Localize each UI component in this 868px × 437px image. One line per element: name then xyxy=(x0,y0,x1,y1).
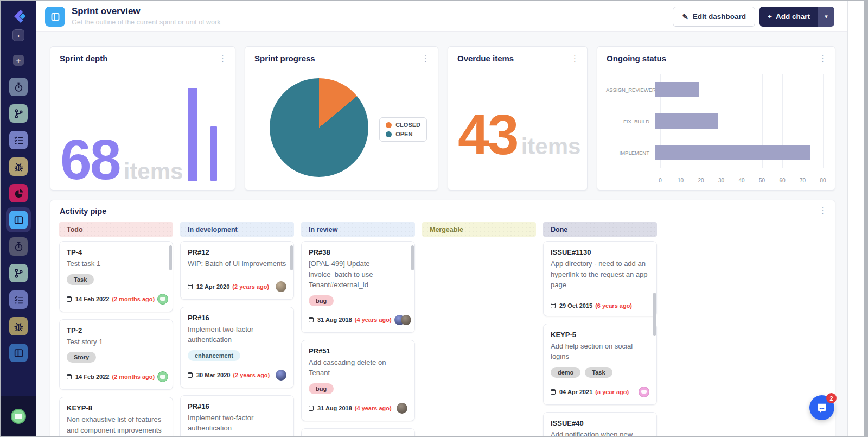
column-header: Todo xyxy=(59,222,173,237)
sidebar-expand-button[interactable]: › xyxy=(12,29,24,41)
widget-overdue-items: Overdue items ⋮ 43 items xyxy=(448,46,588,191)
calendar-icon xyxy=(188,372,193,378)
add-item-button[interactable]: + xyxy=(13,55,24,66)
board-card[interactable]: ISSUE#40 Add notification when new team … xyxy=(543,412,657,436)
card-date: 12 Apr 2020 xyxy=(196,283,229,290)
kebab-menu-button[interactable]: ⋮ xyxy=(216,53,229,65)
chevron-right-icon: › xyxy=(17,31,20,40)
column-scrollbar[interactable] xyxy=(169,245,172,270)
board-card[interactable]: PR#16 Implement two-factor authenticatio… xyxy=(180,395,294,436)
pie-legend: CLOSED OPEN xyxy=(379,117,427,142)
card-title: App directory - need to add an hyperlink… xyxy=(551,258,649,290)
sidebar-item-timers[interactable] xyxy=(9,78,28,96)
ongoing-bar xyxy=(655,82,699,97)
avatar xyxy=(639,387,649,397)
card-date: 31 Aug 2018 xyxy=(317,405,352,411)
avatar xyxy=(397,403,407,414)
widget-activity-pipe: Activity pipe ⋮ Todo TP-4 Test task 1 Ta… xyxy=(50,200,835,436)
sidebar: › + xyxy=(1,1,36,436)
add-chart-dropdown-button[interactable]: ▾ xyxy=(818,7,834,27)
board-card[interactable]: KEYP-8 Non exhaustive list of features a… xyxy=(59,397,173,436)
overdue-items-value: 43 xyxy=(458,112,518,158)
tag[interactable]: demo xyxy=(551,367,580,378)
axis-tick-label: 80 xyxy=(820,178,826,183)
add-chart-button[interactable]: + Add chart xyxy=(760,7,818,27)
app-logo[interactable] xyxy=(10,8,27,25)
edit-dashboard-label: Edit dashboard xyxy=(693,12,746,21)
tag[interactable]: Story xyxy=(67,352,96,363)
sprint-depth-bar xyxy=(210,126,217,181)
board-card[interactable]: PR#60 [MARLIN-615] Add ability to specif… xyxy=(301,428,415,436)
card-age: (4 years ago) xyxy=(355,316,392,323)
sidebar-item-tasks-2[interactable] xyxy=(9,290,28,309)
tag[interactable]: bug xyxy=(309,383,334,394)
tag[interactable]: bug xyxy=(309,295,334,306)
sidebar-item-dashboard-2[interactable] xyxy=(9,344,28,362)
user-avatar[interactable] xyxy=(11,409,26,424)
kebab-menu-button[interactable]: ⋮ xyxy=(816,205,829,217)
sidebar-item-tasks[interactable] xyxy=(9,131,28,149)
column-scrollbar[interactable] xyxy=(653,293,656,336)
sprint-depth-mini-chart xyxy=(183,88,222,181)
board-card[interactable]: PR#12 WIP: Batch of UI improvements 12 A… xyxy=(180,241,294,300)
sidebar-item-branches[interactable] xyxy=(9,104,28,123)
board-card[interactable]: ISSUE#1130 App directory - need to add a… xyxy=(543,241,657,316)
widget-ongoing-status: Ongoing status ⋮ ASSIGN_REVIEWER FIX_BUI… xyxy=(597,46,835,191)
kebab-menu-button[interactable]: ⋮ xyxy=(419,53,432,65)
calendar-icon xyxy=(67,296,72,302)
sidebar-item-reports[interactable] xyxy=(9,184,28,202)
card-title: Add notification when new team member xyxy=(551,429,649,436)
board-card[interactable]: PR#38 [OPAL-499] Update invoice_batch to… xyxy=(301,241,415,333)
board-card[interactable]: PR#16 Implement two-factor authenticatio… xyxy=(180,307,294,388)
card-date: 04 Apr 2021 xyxy=(559,389,592,395)
card-title: Non exhaustive list of features and comp… xyxy=(67,414,165,436)
sidebar-item-timers-2[interactable] xyxy=(9,237,28,256)
plus-icon: + xyxy=(768,12,772,21)
column-scrollbar[interactable] xyxy=(290,245,293,270)
card-title: Test task 1 xyxy=(67,258,165,269)
tag[interactable]: Task xyxy=(585,367,612,378)
axis-tick-label: 70 xyxy=(800,178,806,183)
card-id: KEYP-5 xyxy=(551,331,649,339)
checklist-icon xyxy=(14,135,24,145)
column-scrollbar[interactable] xyxy=(411,245,414,270)
avatar-group xyxy=(394,315,411,325)
git-branch-icon xyxy=(14,268,24,278)
gridline xyxy=(823,74,824,168)
column-header: Mergeable xyxy=(422,222,536,237)
sidebar-item-branches-2[interactable] xyxy=(9,264,28,282)
git-branch-icon xyxy=(14,109,24,119)
add-chart-label: Add chart xyxy=(776,12,810,21)
dashboard-header-icon xyxy=(45,7,65,27)
card-id: PR#60 xyxy=(309,435,407,436)
card-age: (2 months ago) xyxy=(112,373,155,380)
kebab-menu-button[interactable]: ⋮ xyxy=(816,53,829,65)
card-id: PR#16 xyxy=(188,402,286,410)
tag[interactable]: Task xyxy=(67,274,94,285)
tag[interactable]: enhancement xyxy=(188,350,240,361)
sidebar-item-bugs[interactable] xyxy=(9,157,28,176)
sidebar-item-bugs-2[interactable] xyxy=(9,317,28,335)
board-card[interactable]: TP-2 Test story 1 Story 14 Feb 2022 (2 m… xyxy=(59,319,173,390)
board-card[interactable]: PR#51 Add cascading delete on Tenant bug… xyxy=(301,340,415,421)
checklist-icon xyxy=(14,295,24,305)
chat-bubble-icon xyxy=(816,402,828,414)
board-column-done: Done ISSUE#1130 App directory - need to … xyxy=(543,222,657,436)
calendar-icon xyxy=(188,284,193,289)
axis-tick-label: 30 xyxy=(718,178,724,183)
sidebar-item-sprint-dashboard-active[interactable] xyxy=(9,211,28,229)
sidebar-active-highlight xyxy=(6,207,31,232)
widget-title: Sprint progress xyxy=(254,54,315,63)
kebab-menu-button[interactable]: ⋮ xyxy=(568,53,582,65)
edit-dashboard-button[interactable]: ✎ Edit dashboard xyxy=(673,7,755,27)
card-id: ISSUE#40 xyxy=(551,419,649,427)
widget-title: Sprint depth xyxy=(60,54,107,63)
column-header: In development xyxy=(180,222,294,237)
axis-tick-label: 10 xyxy=(678,178,684,183)
board-card[interactable]: KEYP-5 Add help section on social logins… xyxy=(543,324,657,405)
board-card[interactable]: TP-4 Test task 1 Task 14 Feb 2022 (2 mon… xyxy=(59,241,173,312)
page-scrollbar-track[interactable] xyxy=(847,1,864,436)
card-title: Implement two-factor authentication xyxy=(188,324,286,345)
axis-tick-label: 40 xyxy=(738,178,744,183)
chat-launcher-button[interactable]: 2 xyxy=(809,395,834,420)
